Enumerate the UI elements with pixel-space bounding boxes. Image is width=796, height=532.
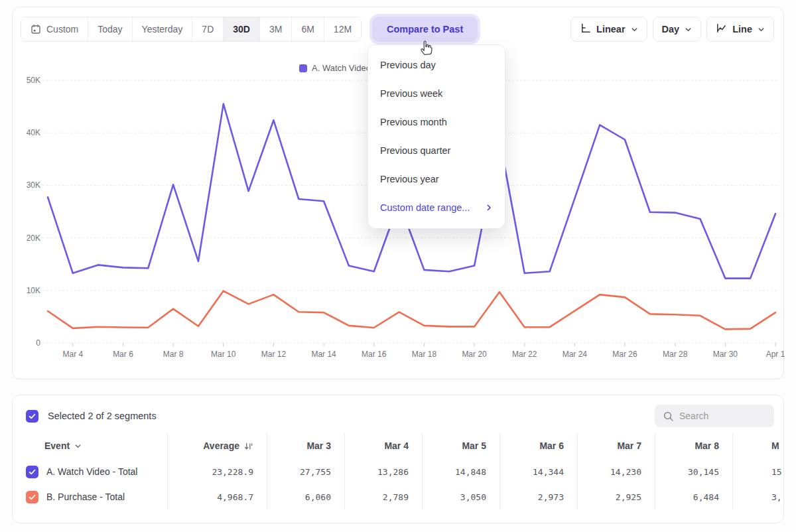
date-header-label: Mar 8 xyxy=(695,440,719,451)
search-box xyxy=(655,405,774,427)
segment-row-a: A. Watch Video - Total23,228.927,75513,2… xyxy=(13,459,783,484)
menu-item-label: Previous quarter xyxy=(380,145,450,156)
menu-item-label: Previous month xyxy=(380,117,447,127)
y-axis-tick-label: 10K xyxy=(27,286,40,295)
search-icon xyxy=(663,411,674,422)
checkmark-icon xyxy=(28,493,36,501)
x-axis-tick-label: Mar 28 xyxy=(663,350,688,359)
date-header-label: Mar 5 xyxy=(462,440,486,451)
select-all-checkbox[interactable] xyxy=(26,410,38,423)
checkmark-icon xyxy=(28,412,36,421)
column-header-mar-8: Mar 8 xyxy=(655,432,733,459)
cell-average: 23,228.9 xyxy=(168,459,267,484)
cell-value: 2,789 xyxy=(345,484,423,509)
x-axis-tick-label: Mar 26 xyxy=(612,350,637,359)
segment-cell: A. Watch Video - Total xyxy=(13,459,168,484)
series-line-b xyxy=(48,291,775,330)
x-axis-tick-label: Mar 12 xyxy=(261,350,287,359)
segment-label: A. Watch Video - Total xyxy=(46,466,137,477)
menu-item-custom-date-range[interactable]: Custom date range... xyxy=(368,193,505,222)
average-header-label: Average xyxy=(203,440,239,451)
segment-cell: B. Purchase - Total xyxy=(13,484,168,509)
x-axis-tick-label: Mar 30 xyxy=(713,350,738,359)
y-axis-tick-label: 20K xyxy=(27,233,40,243)
cell-value: 30,145 xyxy=(655,459,733,484)
x-axis-tick-label: Mar 4 xyxy=(62,350,83,359)
x-axis-tick-label: Mar 10 xyxy=(211,350,236,359)
x-axis-tick-label: Mar 8 xyxy=(163,350,184,359)
menu-item-previous-quarter[interactable]: Previous quarter xyxy=(368,136,505,165)
row-checkbox[interactable] xyxy=(26,466,38,478)
custom-date-range-label: Custom date range... xyxy=(380,202,470,213)
menu-item-previous-year[interactable]: Previous year xyxy=(368,165,505,193)
table-header-row: EventAverageMar 3Mar 4Mar 5Mar 6Mar 7Mar… xyxy=(13,432,783,459)
column-header-mar-6: Mar 6 xyxy=(500,432,578,459)
segment-label: B. Purchase - Total xyxy=(46,492,125,502)
cell-value: 3,050 xyxy=(423,484,500,509)
chevron-right-icon xyxy=(485,204,493,212)
date-header-label: M xyxy=(771,440,779,451)
menu-item-previous-month[interactable]: Previous month xyxy=(368,107,505,136)
x-axis-tick-label: Mar 20 xyxy=(462,350,487,359)
table-body: A. Watch Video - Total23,228.927,75513,2… xyxy=(13,459,783,509)
column-header-m: M xyxy=(733,432,784,459)
chart-card: CustomTodayYesterday7D30D3M6M12M Compare… xyxy=(12,7,784,379)
column-header-mar-7: Mar 7 xyxy=(578,432,655,459)
date-header-label: Mar 3 xyxy=(306,440,331,451)
y-axis-tick-label: 50K xyxy=(27,76,40,85)
cell-value: 15, xyxy=(733,459,784,484)
segments-header: Selected 2 of 2 segments xyxy=(13,395,783,432)
column-header-average[interactable]: Average xyxy=(168,432,267,459)
menu-item-label: Previous day xyxy=(380,60,436,70)
x-axis-tick-label: Mar 16 xyxy=(362,350,387,359)
column-header-event[interactable]: Event xyxy=(13,432,168,459)
x-axis-tick-label: Apr 1 xyxy=(766,350,785,359)
date-header-label: Mar 6 xyxy=(539,440,564,451)
cell-average: 4,968.7 xyxy=(168,484,267,509)
compare-to-past-menu: Previous dayPrevious weekPrevious monthP… xyxy=(367,44,505,229)
y-axis-tick-label: 40K xyxy=(27,128,40,137)
menu-item-label: Previous week xyxy=(380,88,442,99)
cell-value: 14,230 xyxy=(578,459,655,484)
cell-value: 14,848 xyxy=(423,459,500,484)
date-header-label: Mar 7 xyxy=(617,440,641,451)
column-header-mar-3: Mar 3 xyxy=(267,432,345,459)
x-axis-tick-label: Mar 6 xyxy=(113,350,133,359)
selected-summary: Selected 2 of 2 segments xyxy=(48,411,157,421)
segment-row-b: B. Purchase - Total4,968.76,0602,7893,05… xyxy=(13,484,783,509)
cell-value: 2,925 xyxy=(578,484,655,509)
menu-item-previous-day[interactable]: Previous day xyxy=(368,50,505,79)
series-a-swatch xyxy=(299,64,307,72)
cell-value: 6,484 xyxy=(655,484,733,509)
x-axis-tick-label: Mar 24 xyxy=(563,350,588,359)
y-axis-tick-label: 30K xyxy=(27,180,40,190)
menu-item-previous-week[interactable]: Previous week xyxy=(368,79,505,107)
x-axis-tick-label: Mar 22 xyxy=(512,350,537,359)
x-axis-tick-label: Mar 18 xyxy=(412,350,437,359)
checkmark-icon xyxy=(28,468,36,476)
chevron-down-icon xyxy=(74,442,82,450)
row-checkbox[interactable] xyxy=(26,491,38,503)
cell-value: 13,286 xyxy=(345,459,423,484)
column-header-mar-5: Mar 5 xyxy=(423,432,500,459)
search-input[interactable] xyxy=(679,411,759,421)
y-axis-tick-label: 0 xyxy=(36,338,40,348)
event-header-label: Event xyxy=(44,440,70,451)
cell-value: 27,755 xyxy=(267,459,345,484)
sort-descending-icon xyxy=(243,441,253,451)
cell-value: 3, xyxy=(733,484,784,509)
segments-card: Selected 2 of 2 segments EventAverageMar… xyxy=(12,395,784,523)
menu-item-label: Previous year xyxy=(380,174,439,184)
x-axis-tick-label: Mar 14 xyxy=(311,350,336,359)
cell-value: 14,344 xyxy=(500,459,578,484)
cell-value: 2,973 xyxy=(500,484,578,509)
cell-value: 6,060 xyxy=(267,484,345,509)
column-header-mar-4: Mar 4 xyxy=(345,432,423,459)
date-header-label: Mar 4 xyxy=(384,440,409,451)
